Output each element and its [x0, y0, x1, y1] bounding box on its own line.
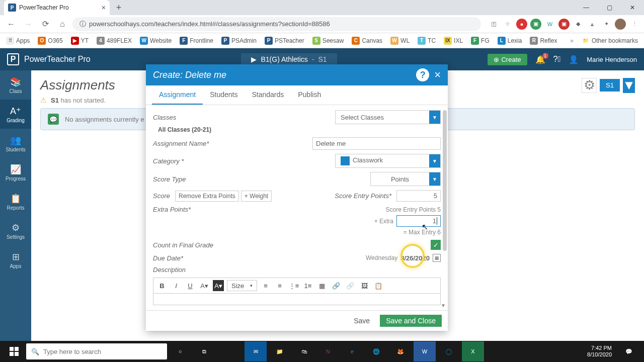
groove-icon[interactable]: ◯: [438, 341, 460, 361]
store-icon[interactable]: 🛍: [293, 341, 315, 361]
bookmark-fg[interactable]: FFG: [471, 37, 490, 45]
score-type-dropdown[interactable]: Points ▼: [370, 172, 441, 186]
user-name[interactable]: Marie Henderson: [587, 56, 637, 63]
align-left-icon[interactable]: ≡: [260, 280, 271, 291]
ext-icon-2[interactable]: ▣: [530, 19, 541, 30]
edge-icon[interactable]: e: [341, 341, 363, 361]
ext-icon-6[interactable]: ▲: [587, 19, 598, 30]
ext-icon-4[interactable]: ▣: [558, 19, 570, 30]
action-center-icon[interactable]: 💬: [618, 341, 640, 361]
bookmark-website[interactable]: WWebsite: [140, 37, 172, 45]
help-icon[interactable]: ?⃝: [553, 55, 561, 64]
italic-icon[interactable]: I: [171, 280, 182, 291]
unlink-icon[interactable]: 🔗: [345, 280, 356, 291]
extra-points-input[interactable]: 1: [396, 215, 441, 227]
notifications-icon[interactable]: 🔔1: [535, 55, 545, 64]
extensions-icon[interactable]: ✦: [601, 19, 612, 30]
bookmark-apps[interactable]: ⠿Apps: [6, 37, 30, 45]
excel-icon[interactable]: X: [462, 341, 484, 361]
word-icon[interactable]: W: [414, 341, 436, 361]
bookmark-seesaw[interactable]: SSeesaw: [312, 37, 344, 45]
link-icon[interactable]: 🔗: [331, 280, 342, 291]
bookmark-canvas[interactable]: CCanvas: [352, 37, 382, 45]
add-weight-button[interactable]: + Weight: [241, 191, 272, 202]
file-explorer-icon[interactable]: 📁: [269, 341, 291, 361]
cortana-icon[interactable]: ○: [169, 341, 191, 361]
page-settings-icon[interactable]: ⚙: [582, 78, 597, 93]
category-dropdown[interactable]: Classwork ▼: [335, 154, 441, 168]
bookmarks-overflow-icon[interactable]: »: [570, 37, 574, 44]
bookmark-wl[interactable]: WWL: [390, 37, 410, 45]
ext-icon-5[interactable]: ◆: [573, 19, 584, 30]
sidebar-item-progress[interactable]: 📈Progress: [0, 158, 31, 187]
task-view-icon[interactable]: ⧉: [193, 341, 215, 361]
sidebar-item-class[interactable]: 📚Class: [0, 70, 31, 100]
bookmark-tc[interactable]: TTC: [418, 37, 436, 45]
ext-icon-1[interactable]: ●: [516, 19, 527, 30]
text-color-icon[interactable]: A▾: [199, 280, 210, 291]
bookmark-lexia[interactable]: LLexia: [498, 37, 522, 45]
save-and-close-button[interactable]: Save and Close: [380, 315, 442, 327]
bookmark-yt[interactable]: ▶YT: [71, 37, 89, 45]
bold-icon[interactable]: B: [156, 280, 168, 291]
sidebar-item-reports[interactable]: 📋Reports: [0, 187, 31, 216]
system-clock[interactable]: 7:42 PM 8/10/2020: [587, 345, 616, 358]
font-size-dropdown[interactable]: Size▾: [227, 280, 257, 291]
create-button[interactable]: ⊕ Create: [488, 54, 527, 65]
entry-points-input[interactable]: 5: [396, 190, 441, 202]
description-input[interactable]: [153, 293, 441, 305]
paste-icon[interactable]: 📋: [373, 280, 384, 291]
table-icon[interactable]: ▦: [316, 280, 328, 291]
align-center-icon[interactable]: ≡: [274, 280, 285, 291]
bookmark-ixl[interactable]: IXIXL: [444, 37, 463, 45]
sidebar-item-settings[interactable]: ⚙Settings: [0, 216, 31, 245]
window-close-icon[interactable]: ✕: [621, 0, 644, 15]
url-field[interactable]: ⓘ powerschoolhays.com/teachers/index.htm…: [72, 17, 481, 31]
taskbar-search[interactable]: 🔍 Type here to search: [26, 343, 167, 359]
scrollbar[interactable]: [443, 110, 447, 251]
count-final-checkbox[interactable]: ✓: [431, 240, 441, 250]
tab-students[interactable]: Students: [203, 85, 245, 105]
term-dropdown-icon[interactable]: ▼: [623, 78, 635, 93]
sidebar-item-apps[interactable]: ⊞Apps: [0, 245, 31, 275]
chrome-icon[interactable]: 🌐: [365, 341, 387, 361]
bookmark-psteacher[interactable]: PPSTeacher: [265, 37, 304, 45]
outlook-icon[interactable]: ✉: [245, 341, 267, 361]
underline-icon[interactable]: U: [185, 280, 196, 291]
user-icon[interactable]: 👤: [569, 55, 579, 64]
save-button[interactable]: Save: [349, 315, 375, 327]
star-icon[interactable]: ☆: [502, 19, 513, 30]
start-button[interactable]: [4, 341, 24, 361]
bookmark-489flex[interactable]: 4489FLEX: [97, 37, 132, 45]
nav-home-icon[interactable]: ⌂: [55, 17, 69, 31]
other-bookmarks[interactable]: 📁Other bookmarks: [582, 37, 638, 45]
browser-tab[interactable]: P PowerTeacher Pro ×: [4, 0, 110, 15]
window-maximize-icon[interactable]: ▢: [598, 0, 621, 15]
bg-color-icon[interactable]: A▾: [213, 280, 224, 291]
nav-back-icon[interactable]: ←: [4, 17, 18, 31]
menu-icon[interactable]: ⋮: [629, 19, 640, 30]
bookmark-psadmin[interactable]: PPSAdmin: [221, 37, 257, 45]
scroll-down-icon[interactable]: ▼: [441, 303, 446, 308]
tab-publish[interactable]: Publish: [291, 85, 328, 105]
classes-dropdown[interactable]: Select Classes ▼: [335, 110, 441, 124]
class-selector[interactable]: ▶ B1(G) Athletics - S1: [241, 53, 337, 65]
calendar-icon[interactable]: ▦: [433, 254, 441, 262]
term-pill[interactable]: S1: [600, 79, 620, 92]
window-minimize-icon[interactable]: —: [575, 0, 598, 15]
modal-close-icon[interactable]: ×: [434, 68, 441, 81]
sidebar-item-students[interactable]: 👥Students: [0, 129, 31, 158]
nav-reload-icon[interactable]: ⟳: [38, 17, 52, 31]
tab-standards[interactable]: Standards: [245, 85, 291, 105]
tab-close-icon[interactable]: ×: [102, 4, 106, 12]
ext-icon-3[interactable]: W: [544, 19, 555, 30]
list-ul-icon[interactable]: ⋮≡: [288, 280, 299, 291]
bookmark-reflex[interactable]: RReflex: [530, 37, 557, 45]
remove-extra-points-button[interactable]: Remove Extra Points: [175, 191, 239, 202]
firefox-icon[interactable]: 🦊: [389, 341, 412, 361]
modal-help-icon[interactable]: ?: [416, 68, 429, 81]
name-input[interactable]: Delete me: [312, 137, 441, 150]
onenote-icon[interactable]: N: [317, 341, 339, 361]
new-tab-button[interactable]: +: [112, 1, 126, 15]
sidebar-item-grading[interactable]: A⁺Grading: [0, 100, 31, 129]
